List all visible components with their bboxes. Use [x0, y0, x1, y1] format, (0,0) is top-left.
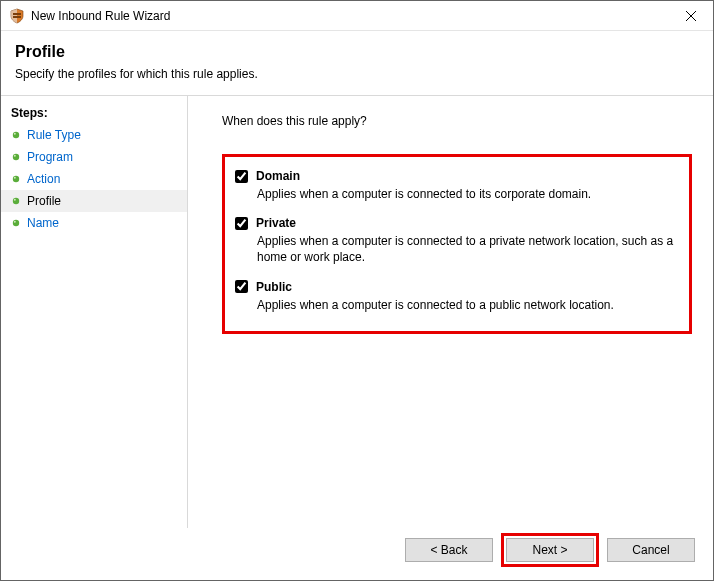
close-icon — [686, 11, 696, 21]
close-button[interactable] — [668, 1, 713, 30]
next-button[interactable]: Next > — [506, 538, 594, 562]
option-public-row[interactable]: Public — [235, 280, 679, 294]
titlebar: New Inbound Rule Wizard — [1, 1, 713, 31]
svg-point-13 — [14, 221, 16, 223]
step-label: Name — [27, 216, 59, 230]
option-private-row[interactable]: Private — [235, 216, 679, 230]
option-private: Private Applies when a computer is conne… — [235, 216, 679, 265]
svg-point-4 — [13, 132, 19, 138]
option-domain: Domain Applies when a computer is connec… — [235, 169, 679, 202]
step-label: Program — [27, 150, 73, 164]
wizard-content: When does this rule apply? Domain Applie… — [188, 96, 713, 528]
step-bullet-icon — [11, 218, 21, 228]
wizard-header: Profile Specify the profiles for which t… — [1, 31, 713, 95]
step-name[interactable]: Name — [1, 212, 187, 234]
option-name: Domain — [256, 169, 300, 183]
prompt-text: When does this rule apply? — [222, 114, 693, 128]
annotation-next-highlight: Next > — [501, 533, 599, 567]
option-desc: Applies when a computer is connected to … — [257, 297, 677, 313]
option-name: Public — [256, 280, 292, 294]
svg-point-6 — [13, 154, 19, 160]
option-domain-row[interactable]: Domain — [235, 169, 679, 183]
step-profile[interactable]: Profile — [1, 190, 187, 212]
steps-sidebar: Steps: Rule Type Program Action — [1, 96, 187, 528]
svg-rect-1 — [13, 16, 21, 18]
svg-rect-0 — [13, 13, 21, 15]
domain-checkbox[interactable] — [235, 170, 248, 183]
step-program[interactable]: Program — [1, 146, 187, 168]
option-name: Private — [256, 216, 296, 230]
private-checkbox[interactable] — [235, 217, 248, 230]
option-public: Public Applies when a computer is connec… — [235, 280, 679, 313]
svg-point-10 — [13, 198, 19, 204]
svg-point-8 — [13, 176, 19, 182]
wizard-window: New Inbound Rule Wizard Profile Specify … — [0, 0, 714, 581]
svg-point-7 — [14, 155, 16, 157]
svg-point-12 — [13, 220, 19, 226]
page-subtitle: Specify the profiles for which this rule… — [15, 67, 699, 81]
page-title: Profile — [15, 43, 699, 61]
svg-point-5 — [14, 133, 16, 135]
step-bullet-icon — [11, 152, 21, 162]
back-button[interactable]: < Back — [405, 538, 493, 562]
option-desc: Applies when a computer is connected to … — [257, 233, 677, 265]
cancel-button[interactable]: Cancel — [607, 538, 695, 562]
step-label: Profile — [27, 194, 61, 208]
wizard-body: Steps: Rule Type Program Action — [1, 96, 713, 528]
wizard-footer: < Back Next > Cancel — [1, 528, 713, 580]
step-rule-type[interactable]: Rule Type — [1, 124, 187, 146]
option-desc: Applies when a computer is connected to … — [257, 186, 677, 202]
steps-heading: Steps: — [1, 104, 187, 124]
step-label: Action — [27, 172, 60, 186]
step-bullet-icon — [11, 130, 21, 140]
step-bullet-icon — [11, 196, 21, 206]
svg-point-11 — [14, 199, 16, 201]
public-checkbox[interactable] — [235, 280, 248, 293]
step-label: Rule Type — [27, 128, 81, 142]
step-action[interactable]: Action — [1, 168, 187, 190]
annotation-highlight-box: Domain Applies when a computer is connec… — [222, 154, 692, 334]
svg-point-9 — [14, 177, 16, 179]
window-title: New Inbound Rule Wizard — [31, 9, 668, 23]
firewall-shield-icon — [9, 8, 25, 24]
step-bullet-icon — [11, 174, 21, 184]
